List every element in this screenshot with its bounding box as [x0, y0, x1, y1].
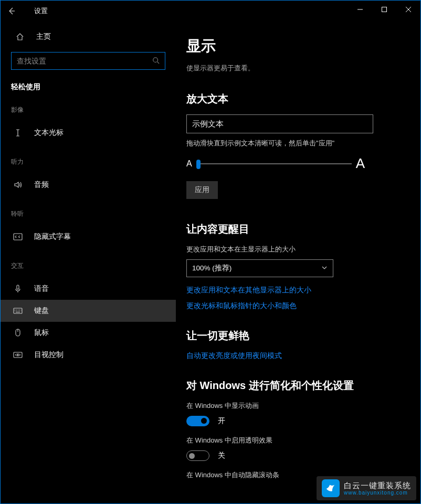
- toggle-anim-state: 开: [218, 416, 225, 426]
- sidebar-item-speech[interactable]: 语音: [1, 278, 176, 300]
- watermark-text: 白云一键重装系统 www.baiyunxitong.com: [344, 481, 411, 496]
- sidebar-section-title: 轻松使用: [1, 79, 176, 101]
- svg-rect-2: [14, 234, 22, 240]
- speaker-icon: [13, 181, 23, 189]
- svg-point-1: [153, 57, 158, 62]
- sidebar-item-audio[interactable]: 音频: [1, 174, 176, 196]
- sidebar-group-hearing: 听力: [1, 153, 176, 174]
- maximize-button[interactable]: [372, 1, 396, 18]
- sidebar-item-mouse[interactable]: 鼠标: [1, 322, 176, 344]
- slider-track[interactable]: [196, 163, 352, 164]
- sidebar-item-label: 隐藏式字幕: [34, 232, 71, 242]
- sidebar-item-label: 音频: [34, 180, 49, 190]
- minimize-button[interactable]: [348, 1, 372, 18]
- mic-icon: [13, 285, 23, 293]
- window-title: 设置: [34, 6, 48, 16]
- sidebar-item-label: 键盘: [34, 306, 49, 316]
- apply-button[interactable]: 应用: [186, 181, 218, 199]
- scale-select-value: 100% (推荐): [192, 264, 231, 273]
- toggle-transparency[interactable]: [186, 450, 209, 461]
- search-wrap: [11, 52, 165, 70]
- watermark-line1: 白云一键重装系统: [344, 481, 411, 490]
- sidebar-item-closed-captions[interactable]: 隐藏式字幕: [1, 226, 176, 248]
- slider-thumb[interactable]: [196, 160, 201, 169]
- sidebar-group-listen: 聆听: [1, 205, 176, 226]
- slider-hint: 拖动滑块直到示例文本清晰可读，然后单击"应用": [186, 139, 413, 148]
- toggle-animations[interactable]: [186, 416, 209, 426]
- link-cursor-pointer[interactable]: 更改光标和鼠标指针的大小和颜色: [186, 301, 413, 311]
- body: 主页 轻松使用 影像: [1, 22, 420, 503]
- sidebar-home[interactable]: 主页: [1, 27, 176, 49]
- watermark-line2: www.baiyunxitong.com: [344, 490, 411, 496]
- toggle-trans-label: 在 Windows 中启用透明效果: [186, 436, 413, 445]
- link-brightness[interactable]: 自动更改亮度或使用夜间模式: [186, 351, 413, 361]
- back-button[interactable]: [1, 1, 23, 22]
- main-content: 显示 使显示器更易于查看。 放大文本 示例文本 拖动滑块直到示例文本清晰可读，然…: [176, 22, 420, 503]
- keyboard-icon: [13, 307, 23, 314]
- sidebar-group-video: 影像: [1, 101, 176, 122]
- titlebar: 设置: [1, 1, 420, 22]
- text-scale-slider[interactable]: A A: [186, 155, 365, 172]
- sidebar: 主页 轻松使用 影像: [1, 22, 176, 503]
- sidebar-item-eye-control[interactable]: 目视控制: [1, 344, 176, 366]
- small-a-icon: A: [186, 159, 192, 169]
- svg-rect-3: [17, 285, 19, 289]
- sidebar-item-text-cursor[interactable]: 文本光标: [1, 122, 176, 144]
- eye-control-icon: [13, 351, 23, 359]
- svg-rect-0: [382, 7, 387, 12]
- sidebar-item-label: 文本光标: [34, 128, 64, 138]
- svg-point-7: [17, 354, 18, 355]
- toggle-anim-row: 开: [186, 416, 413, 426]
- sidebar-item-label: 鼠标: [34, 328, 49, 338]
- scale-select[interactable]: 100% (推荐): [186, 259, 333, 277]
- large-a-icon: A: [356, 155, 365, 172]
- chevron-down-icon: [321, 265, 328, 272]
- cc-icon: [13, 233, 23, 240]
- mouse-icon: [13, 329, 23, 337]
- window-controls: [348, 1, 420, 18]
- search-input[interactable]: [17, 57, 143, 65]
- toggle-anim-label: 在 Windows 中显示动画: [186, 401, 413, 411]
- section-enlarge-header: 放大文本: [186, 92, 413, 106]
- sidebar-home-label: 主页: [36, 32, 51, 41]
- close-button[interactable]: [396, 1, 420, 18]
- page-title: 显示: [186, 36, 413, 56]
- search-icon: [152, 57, 160, 66]
- search-box[interactable]: [11, 52, 165, 70]
- text-cursor-icon: [13, 129, 23, 137]
- section-simplify-header: 对 Windows 进行简化和个性化设置: [186, 379, 413, 393]
- sidebar-item-label: 语音: [34, 284, 49, 293]
- sidebar-item-label: 目视控制: [34, 350, 64, 360]
- toggle-trans-state: 关: [218, 451, 225, 460]
- toggle-trans-row: 关: [186, 450, 413, 461]
- sidebar-group-interact: 交互: [1, 257, 176, 278]
- section-vibrant-header: 让一切更鲜艳: [186, 329, 413, 343]
- watermark-badge-icon: [322, 479, 340, 497]
- settings-window: 设置 主页: [0, 0, 421, 504]
- sample-text-box: 示例文本: [186, 114, 373, 133]
- home-icon: [15, 33, 25, 41]
- watermark: 白云一键重装系统 www.baiyunxitong.com: [317, 476, 416, 500]
- scale-label: 更改应用和文本在主显示器上的大小: [186, 245, 413, 254]
- link-other-displays[interactable]: 更改应用和文本在其他显示器上的大小: [186, 286, 413, 295]
- section-content-header: 让内容更醒目: [186, 222, 413, 236]
- page-subtitle: 使显示器更易于查看。: [186, 64, 413, 73]
- sidebar-item-keyboard[interactable]: 键盘: [1, 300, 176, 322]
